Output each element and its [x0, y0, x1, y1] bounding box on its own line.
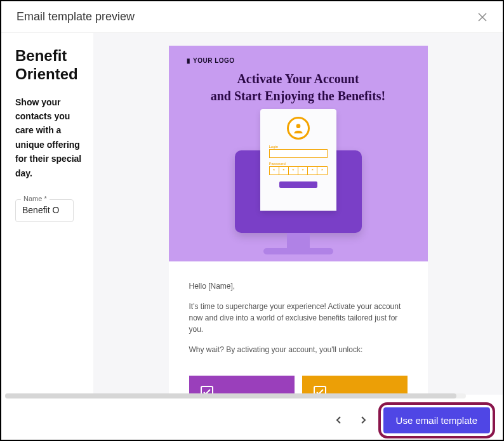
prev-button[interactable] — [330, 411, 348, 429]
close-icon[interactable] — [477, 12, 487, 22]
svg-point-0 — [296, 124, 300, 128]
name-input-wrapper[interactable]: Name * Benefit O — [15, 199, 74, 222]
use-email-template-button[interactable]: Use email template — [383, 407, 490, 433]
password-label: Password — [269, 162, 328, 166]
next-button[interactable] — [354, 411, 372, 429]
template-description: Show your contacts you care with a uniqu… — [15, 95, 83, 180]
email-body-text: Hello [Name], It's time to supercharge y… — [169, 261, 428, 376]
benefit-tile-2: Advanced customization features to perso… — [302, 376, 408, 395]
name-input[interactable]: Benefit O — [22, 205, 67, 215]
sidebar: Benefit Oriented Show your contacts you … — [1, 33, 93, 395]
login-card-illustration: Login Password ****** — [260, 109, 336, 211]
email-preview: YOUR LOGO Activate Your Account and Star… — [169, 46, 428, 395]
footer: Use email template — [1, 400, 503, 440]
avatar-icon — [287, 117, 310, 140]
logo-placeholder: YOUR LOGO — [187, 57, 410, 64]
login-label: Login — [269, 145, 328, 148]
benefit-tile-1: Access to our extensive library of stunn… — [189, 376, 295, 395]
preview-pane: YOUR LOGO Activate Your Account and Star… — [93, 33, 503, 395]
name-label: Name * — [21, 195, 50, 202]
horizontal-scrollbar[interactable] — [5, 393, 466, 398]
hero-headline: Activate Your Account and Start Enjoying… — [187, 70, 410, 105]
template-name-heading: Benefit Oriented — [15, 47, 83, 84]
highlight-annotation: Use email template — [378, 402, 495, 438]
modal-title: Email template preview — [17, 10, 135, 23]
